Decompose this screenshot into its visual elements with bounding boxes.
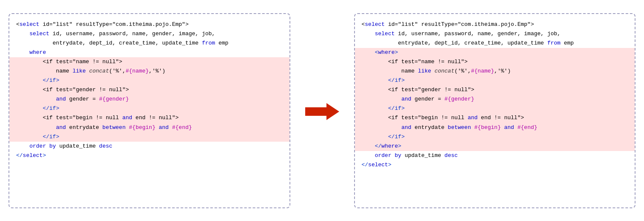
code-line: <if test="name != null"> — [355, 57, 635, 67]
code-line: where — [16, 48, 283, 57]
code-line: <select id="list" resultType="com.itheim… — [362, 20, 628, 29]
code-line: <where> — [355, 48, 635, 57]
svg-marker-0 — [305, 103, 339, 120]
code-line: </if> — [9, 132, 289, 142]
right-code-panel: <select id="list" resultType="com.itheim… — [354, 13, 636, 208]
code-line: order by update_time desc — [16, 142, 283, 151]
code-line: <if test="begin != null and end != null"… — [355, 113, 635, 123]
code-line: </select> — [16, 151, 283, 160]
code-line: entrydate, dept_id, create_time, update_… — [362, 39, 628, 48]
left-code-panel: <select id="list" resultType="com.itheim… — [9, 13, 290, 208]
code-line: </if> — [355, 76, 635, 85]
code-line: select id, username, password, name, gen… — [362, 29, 628, 39]
code-line: </if> — [355, 104, 635, 113]
code-line: name like concat('%',#{name},'%') — [9, 67, 289, 76]
code-line: </if> — [9, 76, 289, 85]
code-line: </if> — [9, 104, 289, 113]
code-line: and gender = #{gender} — [355, 95, 635, 104]
code-line: order by update_time desc — [362, 151, 628, 160]
code-line: <if test="begin != null and end != null"… — [9, 113, 289, 123]
arrow-section — [299, 101, 346, 120]
main-container: <select id="list" resultType="com.itheim… — [9, 13, 635, 208]
right-code-block: <select id="list" resultType="com.itheim… — [362, 20, 628, 170]
code-line: entrydate, dept_id, create_time, update_… — [16, 39, 283, 48]
code-line: select id, username, password, name, gen… — [16, 29, 283, 39]
code-line: <select id="list" resultType="com.itheim… — [16, 20, 283, 29]
code-line: <if test="gender != null"> — [9, 85, 289, 95]
left-code-block: <select id="list" resultType="com.itheim… — [16, 20, 283, 160]
code-line: and entrydate between #{begin} and #{end… — [355, 123, 635, 132]
arrow-icon — [305, 103, 339, 120]
code-line: <if test="name != null"> — [9, 57, 289, 67]
code-line: </select> — [362, 160, 628, 170]
code-line: <if test="gender != null"> — [355, 85, 635, 95]
code-line: </where> — [355, 142, 635, 151]
code-line: name like concat('%',#{name},'%') — [355, 67, 635, 76]
code-line: and gender = #{gender} — [9, 95, 289, 104]
code-line: </if> — [355, 132, 635, 142]
code-line: and entrydate between #{begin} and #{end… — [9, 123, 289, 132]
